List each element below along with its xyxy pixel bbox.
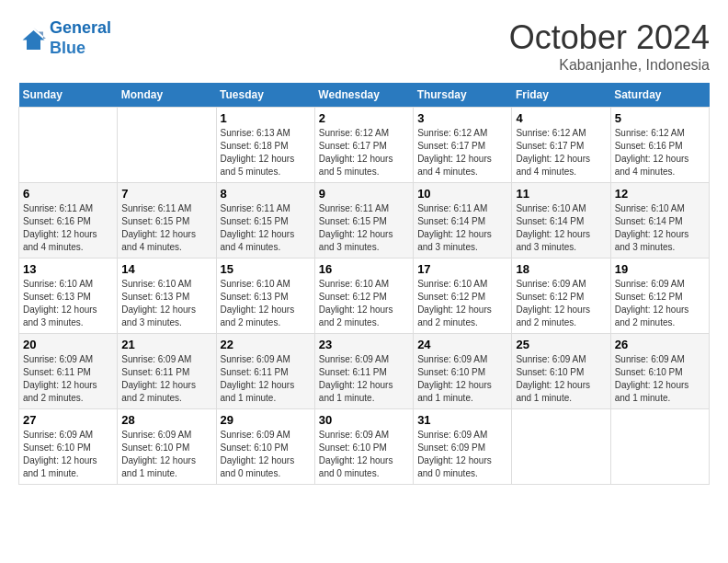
calendar-row-2: 13Sunrise: 6:10 AMSunset: 6:13 PMDayligh… [19, 259, 710, 334]
calendar-cell: 17Sunrise: 6:10 AMSunset: 6:12 PMDayligh… [414, 259, 512, 334]
title-block: October 2024 Kabanjanhe, Indonesia [509, 18, 710, 74]
calendar-cell: 10Sunrise: 6:11 AMSunset: 6:14 PMDayligh… [414, 183, 512, 259]
day-info: Sunrise: 6:10 AMSunset: 6:14 PMDaylight:… [516, 202, 606, 254]
day-number: 20 [23, 338, 113, 351]
day-info: Sunrise: 6:10 AMSunset: 6:12 PMDaylight:… [319, 278, 409, 329]
header-saturday: Saturday [610, 83, 709, 108]
day-info: Sunrise: 6:09 AMSunset: 6:10 PMDaylight:… [516, 353, 606, 405]
day-info: Sunrise: 6:12 AMSunset: 6:17 PMDaylight:… [417, 127, 507, 178]
day-number: 28 [121, 413, 211, 427]
calendar-cell: 18Sunrise: 6:09 AMSunset: 6:12 PMDayligh… [512, 259, 610, 334]
day-number: 29 [221, 413, 311, 427]
calendar-cell: 28Sunrise: 6:09 AMSunset: 6:10 PMDayligh… [118, 409, 216, 485]
day-number: 24 [417, 338, 507, 351]
calendar-cell: 3Sunrise: 6:12 AMSunset: 6:17 PMDaylight… [414, 108, 512, 183]
calendar-cell: 21Sunrise: 6:09 AMSunset: 6:11 PMDayligh… [118, 334, 216, 409]
calendar-cell: 1Sunrise: 6:13 AMSunset: 6:18 PMDaylight… [216, 108, 314, 183]
header-row: Sunday Monday Tuesday Wednesday Thursday… [19, 83, 710, 108]
day-info: Sunrise: 6:09 AMSunset: 6:10 PMDaylight:… [121, 429, 211, 480]
calendar-cell [512, 409, 610, 485]
day-info: Sunrise: 6:10 AMSunset: 6:13 PMDaylight:… [121, 278, 211, 329]
day-number: 6 [23, 187, 113, 201]
day-number: 26 [615, 338, 705, 351]
day-number: 18 [516, 262, 606, 276]
calendar-cell: 7Sunrise: 6:11 AMSunset: 6:15 PMDaylight… [118, 183, 216, 259]
calendar-cell [118, 108, 216, 183]
day-info: Sunrise: 6:10 AMSunset: 6:14 PMDaylight:… [615, 202, 705, 254]
calendar-cell: 22Sunrise: 6:09 AMSunset: 6:11 PMDayligh… [216, 334, 314, 409]
day-number: 27 [23, 413, 113, 427]
day-number: 30 [319, 413, 409, 427]
calendar-cell: 30Sunrise: 6:09 AMSunset: 6:10 PMDayligh… [314, 409, 413, 485]
day-info: Sunrise: 6:09 AMSunset: 6:10 PMDaylight:… [221, 429, 311, 480]
calendar-cell: 24Sunrise: 6:09 AMSunset: 6:10 PMDayligh… [414, 334, 512, 409]
day-number: 1 [221, 111, 311, 125]
calendar-cell: 11Sunrise: 6:10 AMSunset: 6:14 PMDayligh… [512, 183, 610, 259]
page-header: General Blue October 2024 Kabanjanhe, In… [18, 18, 710, 74]
day-info: Sunrise: 6:09 AMSunset: 6:11 PMDaylight:… [319, 353, 409, 405]
calendar-table: Sunday Monday Tuesday Wednesday Thursday… [18, 83, 710, 485]
calendar-cell [610, 409, 709, 485]
header-friday: Friday [512, 83, 610, 108]
day-info: Sunrise: 6:11 AMSunset: 6:15 PMDaylight:… [319, 202, 409, 254]
day-info: Sunrise: 6:09 AMSunset: 6:10 PMDaylight:… [23, 429, 113, 480]
calendar-cell [19, 108, 118, 183]
day-number: 8 [221, 187, 311, 201]
header-sunday: Sunday [19, 83, 118, 108]
header-thursday: Thursday [414, 83, 512, 108]
location-subtitle: Kabanjanhe, Indonesia [509, 57, 710, 74]
day-number: 16 [319, 262, 409, 276]
day-number: 7 [121, 187, 211, 201]
calendar-cell: 16Sunrise: 6:10 AMSunset: 6:12 PMDayligh… [314, 259, 413, 334]
calendar-cell: 9Sunrise: 6:11 AMSunset: 6:15 PMDaylight… [314, 183, 413, 259]
calendar-cell: 5Sunrise: 6:12 AMSunset: 6:16 PMDaylight… [610, 108, 709, 183]
day-number: 14 [121, 262, 211, 276]
day-number: 4 [516, 111, 606, 125]
header-tuesday: Tuesday [216, 83, 314, 108]
day-info: Sunrise: 6:11 AMSunset: 6:15 PMDaylight:… [121, 202, 211, 254]
day-info: Sunrise: 6:12 AMSunset: 6:17 PMDaylight:… [516, 127, 606, 178]
day-number: 2 [319, 111, 409, 125]
logo-icon [18, 25, 46, 52]
calendar-cell: 12Sunrise: 6:10 AMSunset: 6:14 PMDayligh… [610, 183, 709, 259]
day-info: Sunrise: 6:10 AMSunset: 6:13 PMDaylight:… [221, 278, 311, 329]
calendar-row-3: 20Sunrise: 6:09 AMSunset: 6:11 PMDayligh… [19, 334, 710, 409]
day-number: 19 [615, 262, 705, 276]
calendar-cell: 2Sunrise: 6:12 AMSunset: 6:17 PMDaylight… [314, 108, 413, 183]
calendar-cell: 8Sunrise: 6:11 AMSunset: 6:15 PMDaylight… [216, 183, 314, 259]
day-number: 31 [417, 413, 507, 427]
day-info: Sunrise: 6:09 AMSunset: 6:10 PMDaylight:… [319, 429, 409, 480]
calendar-row-0: 1Sunrise: 6:13 AMSunset: 6:18 PMDaylight… [19, 108, 710, 183]
day-info: Sunrise: 6:11 AMSunset: 6:16 PMDaylight:… [23, 202, 113, 254]
logo: General Blue [18, 18, 111, 58]
day-number: 17 [417, 262, 507, 276]
calendar-cell: 4Sunrise: 6:12 AMSunset: 6:17 PMDaylight… [512, 108, 610, 183]
calendar-cell: 29Sunrise: 6:09 AMSunset: 6:10 PMDayligh… [216, 409, 314, 485]
calendar-cell: 31Sunrise: 6:09 AMSunset: 6:09 PMDayligh… [414, 409, 512, 485]
day-info: Sunrise: 6:12 AMSunset: 6:17 PMDaylight:… [319, 127, 409, 178]
calendar-cell: 13Sunrise: 6:10 AMSunset: 6:13 PMDayligh… [19, 259, 118, 334]
day-number: 25 [516, 338, 606, 351]
calendar-cell: 15Sunrise: 6:10 AMSunset: 6:13 PMDayligh… [216, 259, 314, 334]
calendar-cell: 26Sunrise: 6:09 AMSunset: 6:10 PMDayligh… [610, 334, 709, 409]
day-number: 13 [23, 262, 113, 276]
day-info: Sunrise: 6:13 AMSunset: 6:18 PMDaylight:… [221, 127, 311, 178]
calendar-row-4: 27Sunrise: 6:09 AMSunset: 6:10 PMDayligh… [19, 409, 710, 485]
calendar-cell: 23Sunrise: 6:09 AMSunset: 6:11 PMDayligh… [314, 334, 413, 409]
calendar-cell: 20Sunrise: 6:09 AMSunset: 6:11 PMDayligh… [19, 334, 118, 409]
day-info: Sunrise: 6:09 AMSunset: 6:12 PMDaylight:… [516, 278, 606, 329]
calendar-cell: 19Sunrise: 6:09 AMSunset: 6:12 PMDayligh… [610, 259, 709, 334]
day-info: Sunrise: 6:09 AMSunset: 6:12 PMDaylight:… [615, 278, 705, 329]
day-info: Sunrise: 6:09 AMSunset: 6:10 PMDaylight:… [615, 353, 705, 405]
month-title: October 2024 [509, 18, 710, 57]
day-number: 23 [319, 338, 409, 351]
logo-text: General Blue [50, 18, 111, 58]
day-number: 10 [417, 187, 507, 201]
day-info: Sunrise: 6:12 AMSunset: 6:16 PMDaylight:… [615, 127, 705, 178]
header-wednesday: Wednesday [314, 83, 413, 108]
calendar-cell: 25Sunrise: 6:09 AMSunset: 6:10 PMDayligh… [512, 334, 610, 409]
calendar-cell: 6Sunrise: 6:11 AMSunset: 6:16 PMDaylight… [19, 183, 118, 259]
day-number: 15 [221, 262, 311, 276]
day-info: Sunrise: 6:09 AMSunset: 6:10 PMDaylight:… [417, 353, 507, 405]
header-monday: Monday [118, 83, 216, 108]
